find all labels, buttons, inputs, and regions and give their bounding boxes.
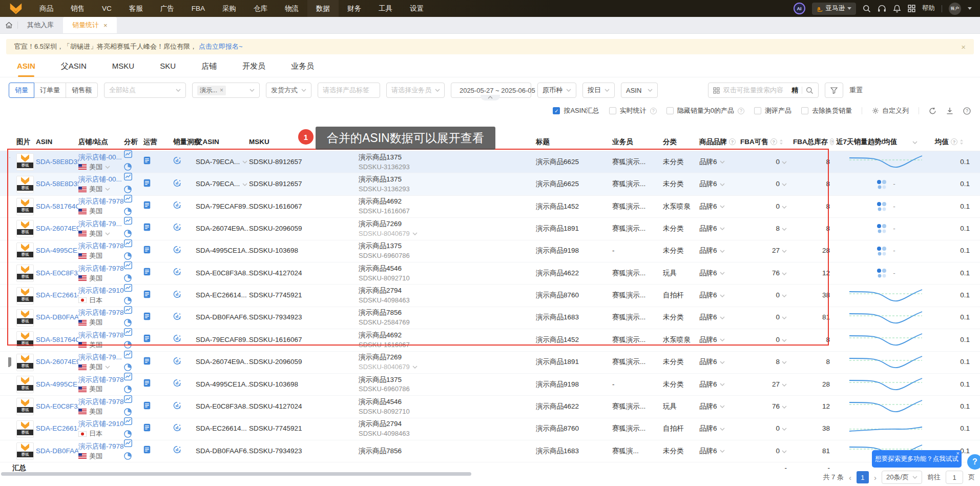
salesman-select[interactable]: 请选择业务员: [386, 83, 445, 98]
analysis-chart-icon[interactable]: [124, 195, 132, 206]
exact-match-toggle[interactable]: 精: [791, 86, 798, 95]
operation-doc-icon[interactable]: [143, 248, 151, 255]
shop-link[interactable]: 演示店铺-00...: [78, 175, 122, 185]
column-help-icon[interactable]: ?: [650, 108, 657, 114]
analysis-chart-icon[interactable]: [124, 217, 132, 228]
asin-link[interactable]: SDA-4995CE1A...: [36, 380, 78, 388]
shop-link[interactable]: 演示店铺-79786: [78, 197, 124, 207]
column-help-icon[interactable]: ?: [951, 138, 957, 145]
signup-link[interactable]: 点击立即报名~: [199, 42, 243, 51]
search-icon[interactable]: [863, 5, 871, 13]
product-image[interactable]: 赛狐: [16, 442, 34, 460]
site-select[interactable]: 全部站点: [104, 83, 186, 98]
shop-link[interactable]: 演示店铺-79786: [78, 241, 124, 251]
nav-item-数据[interactable]: 数据: [307, 0, 339, 17]
checkbox-icon[interactable]: [609, 107, 616, 114]
analysis-chart-icon[interactable]: [124, 395, 132, 406]
operation-doc-icon[interactable]: [143, 225, 151, 233]
column-header-FBA总库存[interactable]: FBA总库存?: [793, 137, 836, 147]
shipping-method-select[interactable]: 发货方式: [266, 83, 311, 98]
analysis-chart-icon[interactable]: [124, 173, 132, 184]
product-image[interactable]: 赛狐: [16, 265, 34, 282]
chevron-down-icon[interactable]: [782, 335, 787, 345]
sales-insight-icon[interactable]: [173, 203, 181, 211]
sales-insight-icon[interactable]: [173, 225, 181, 233]
operation-doc-icon[interactable]: [143, 381, 151, 389]
nav-item-物流[interactable]: 物流: [276, 0, 307, 17]
product-image[interactable]: 赛狐: [16, 420, 34, 438]
asin-link[interactable]: SDA-DB0FAAF6...: [36, 313, 78, 321]
collapse-row-toggle[interactable]: [7, 157, 12, 166]
nav-item-VC[interactable]: VC: [93, 0, 120, 17]
sales-insight-icon[interactable]: [173, 248, 181, 255]
collapse-filters-handle[interactable]: [481, 95, 500, 100]
currency-select[interactable]: 原币种: [537, 83, 576, 98]
asin-link[interactable]: SDA-E0C8F3A8...: [36, 269, 78, 277]
asin-link[interactable]: SDA-58E8D35...: [36, 180, 78, 188]
asin-link[interactable]: SDA-26074E9A...: [36, 358, 78, 366]
chevron-down-icon[interactable]: [782, 157, 787, 167]
product-image[interactable]: 赛狐: [16, 153, 34, 171]
metric-order-count-button[interactable]: 订单量: [34, 83, 66, 98]
product-tag-select[interactable]: 请选择产品标签: [318, 83, 380, 98]
analysis-chart-icon[interactable]: [124, 351, 132, 361]
chevron-down-icon[interactable]: [782, 424, 787, 434]
product-image[interactable]: 赛狐: [16, 220, 34, 237]
metric-sales-volume-button[interactable]: 销量: [9, 83, 34, 98]
shop-link[interactable]: 演示店铺-79...: [78, 353, 122, 362]
asin-link[interactable]: SDA-581764C...: [36, 202, 78, 210]
close-icon[interactable]: ×: [961, 43, 966, 51]
analysis-chart-icon[interactable]: [124, 239, 132, 250]
toolbar-checkbox[interactable]: 隐藏销量为0的产品?: [666, 106, 744, 115]
view-tab-业务员[interactable]: 业务员: [291, 62, 314, 77]
chevron-down-icon[interactable]: [782, 202, 787, 212]
expand-row-toggle[interactable]: [8, 357, 11, 367]
analysis-chart-icon[interactable]: [124, 417, 132, 428]
shop-link[interactable]: 演示店铺-79786: [78, 331, 124, 340]
floating-help-button[interactable]: ?: [967, 454, 980, 470]
sales-insight-icon[interactable]: [173, 292, 181, 300]
help-circle-icon[interactable]: ?: [963, 107, 971, 115]
sales-insight-icon[interactable]: [173, 270, 181, 277]
page-size-select[interactable]: 20条/页: [882, 471, 922, 484]
chevron-down-icon[interactable]: [782, 269, 787, 278]
nav-item-商品[interactable]: 商品: [31, 0, 62, 17]
feature-promo-button[interactable]: 想要探索更多功能？点我试试 ×: [872, 450, 962, 468]
asin-link[interactable]: SDA-4995CE1A...: [36, 247, 78, 254]
search-submit-icon[interactable]: [806, 87, 814, 94]
asin-link[interactable]: SDA-581764C...: [36, 336, 78, 343]
current-page-button[interactable]: 1: [857, 471, 869, 483]
account-avatar[interactable]: 账户: [949, 3, 961, 15]
product-image[interactable]: 赛狐: [16, 398, 34, 415]
marketplace-switcher[interactable]: a 亚马逊: [812, 3, 857, 15]
analysis-chart-icon[interactable]: [124, 306, 132, 317]
product-image[interactable]: 赛狐: [16, 242, 34, 260]
chevron-down-icon[interactable]: [782, 179, 787, 189]
goto-page-input[interactable]: 1: [946, 471, 963, 484]
customize-columns-button[interactable]: 自定义列: [872, 106, 909, 115]
chevron-down-icon[interactable]: [968, 7, 972, 10]
horizontal-scrollbar[interactable]: [1, 472, 471, 476]
product-image[interactable]: 赛狐: [16, 309, 34, 327]
chevron-down-icon[interactable]: [782, 224, 787, 234]
analysis-chart-icon[interactable]: [124, 328, 132, 339]
tab-sales-statistics[interactable]: 销量统计 ×: [63, 17, 117, 33]
operation-doc-icon[interactable]: [143, 270, 151, 277]
operation-doc-icon[interactable]: [143, 336, 151, 344]
next-page-button[interactable]: ›: [874, 473, 877, 482]
analysis-chart-icon[interactable]: [124, 439, 132, 450]
headset-icon[interactable]: [878, 5, 886, 13]
operation-doc-icon[interactable]: [143, 314, 151, 322]
view-tab-SKU[interactable]: SKU: [160, 62, 176, 77]
sales-insight-icon[interactable]: [173, 403, 181, 411]
shop-link[interactable]: 演示店铺-79786: [78, 264, 124, 274]
operation-doc-icon[interactable]: [143, 359, 151, 367]
chevron-down-icon[interactable]: [782, 402, 787, 412]
column-help-icon[interactable]: ?: [729, 138, 736, 145]
nav-item-采购[interactable]: 采购: [214, 0, 245, 17]
nav-item-广告[interactable]: 广告: [152, 0, 183, 17]
analysis-chart-icon[interactable]: [124, 261, 132, 272]
column-help-icon[interactable]: ?: [770, 138, 777, 145]
sales-insight-icon[interactable]: [173, 448, 181, 455]
asin-link[interactable]: SDA-26074E9A...: [36, 225, 78, 232]
